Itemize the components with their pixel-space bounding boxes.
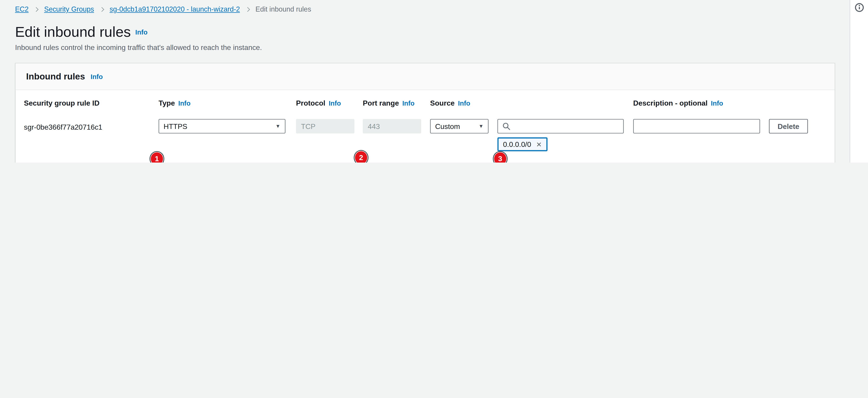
type-select-value: HTTPS (163, 122, 187, 131)
breadcrumb: EC2 Security Groups sg-0dcb1a91702102020… (15, 5, 311, 13)
column-header-source: SourceInfo (430, 99, 470, 107)
inbound-rules-panel-header: Inbound rules Info (16, 63, 835, 90)
annotation-step-2: 2 (355, 151, 367, 163)
protocol-field: TCP (296, 119, 354, 133)
search-icon (502, 122, 510, 130)
info-icon[interactable] (855, 3, 864, 12)
table-column-headers: Security group rule ID TypeInfo Protocol… (16, 99, 835, 108)
type-select[interactable]: HTTPS ▼ (159, 119, 285, 133)
security-group-rule-id: sgr-0be366f77a20716c1 (24, 123, 102, 131)
page-title: Edit inbound rulesInfo (15, 23, 148, 41)
chevron-right-icon (99, 7, 104, 12)
type-info-link[interactable]: Info (178, 99, 191, 107)
source-info-link[interactable]: Info (458, 99, 470, 107)
breadcrumb-link-ec2[interactable]: EC2 (15, 5, 29, 13)
breadcrumb-link-security-group[interactable]: sg-0dcb1a91702102020 - launch-wizard-2 (110, 5, 240, 13)
delete-rule-button[interactable]: Delete (769, 119, 808, 133)
column-header-port-range: Port rangeInfo (363, 99, 414, 107)
breadcrumb-link-security-groups[interactable]: Security Groups (44, 5, 94, 13)
column-header-protocol: ProtocolInfo (296, 99, 341, 107)
source-select[interactable]: Custom ▼ (430, 119, 488, 133)
column-header-description: Description - optionalInfo (633, 99, 723, 107)
chevron-down-icon: ▼ (276, 124, 281, 129)
page: EC2 Security Groups sg-0dcb1a91702102020… (0, 0, 868, 163)
main-content: EC2 Security Groups sg-0dcb1a91702102020… (0, 0, 849, 163)
port-range-field: 443 (363, 119, 421, 133)
breadcrumb-current: Edit inbound rules (255, 5, 311, 13)
page-subtitle: Inbound rules control the incoming traff… (15, 43, 262, 52)
inbound-rules-panel: Inbound rules Info Security group rule I… (15, 63, 835, 163)
chevron-right-icon (245, 7, 250, 12)
page-title-text: Edit inbound rules (15, 23, 131, 40)
chevron-right-icon (34, 7, 39, 12)
description-input[interactable] (633, 119, 760, 133)
description-info-link[interactable]: Info (711, 99, 723, 107)
column-header-rule-id: Security group rule ID (24, 99, 99, 107)
panel-title: Inbound rules (26, 71, 85, 81)
help-side-rail (849, 0, 868, 163)
column-header-type: TypeInfo (159, 99, 191, 107)
panel-info-link[interactable]: Info (91, 73, 103, 80)
page-title-info-link[interactable]: Info (135, 28, 148, 36)
source-token-value: 0.0.0.0/0 (503, 140, 531, 148)
source-token[interactable]: 0.0.0.0/0 ✕ (497, 137, 548, 151)
inbound-rules-table: Security group rule ID TypeInfo Protocol… (16, 90, 835, 163)
dismiss-token-icon[interactable]: ✕ (536, 141, 542, 147)
source-select-value: Custom (435, 122, 460, 131)
source-search-box[interactable] (497, 119, 624, 133)
chevron-down-icon: ▼ (478, 124, 484, 129)
port-range-info-link[interactable]: Info (402, 99, 414, 107)
source-search-input[interactable] (514, 122, 619, 131)
rule-row: sgr-0be366f77a20716c1 HTTPS ▼ TCP 443 Cu… (16, 119, 835, 152)
protocol-info-link[interactable]: Info (329, 99, 341, 107)
